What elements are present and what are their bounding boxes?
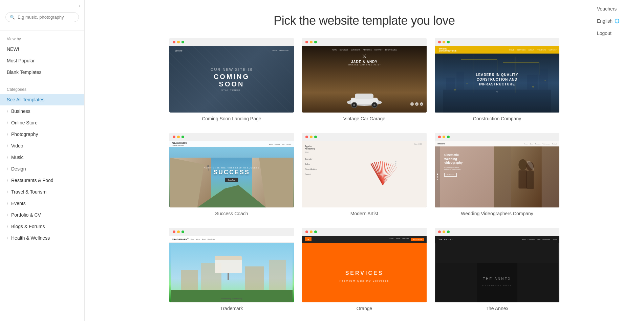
template-thumb-success-coach[interactable]: ALLAN JOHNSONPersonal Life Coach AboutSe…	[169, 133, 294, 207]
sc-name: ALLAN JOHNSONPersonal Life Coach	[172, 142, 187, 146]
svg-point-18	[454, 89, 456, 91]
svg-text:A COMMUNITY SPACE: A COMMUNITY SPACE	[482, 284, 512, 286]
sidebar-item-blogs[interactable]: 〉 Blogs & Forums	[0, 221, 84, 232]
svg-point-21	[544, 80, 546, 81]
window-chrome-2	[302, 38, 427, 46]
tmpl-artist: AgathaKrinsberg Artist Biography Gallery…	[302, 141, 427, 207]
template-thumb-construction[interactable]: SPHERECONSTRUCTIONS HOMESERVICESABOUTPRO…	[435, 38, 559, 113]
search-input[interactable]	[18, 15, 74, 20]
sidebar-item-restaurants[interactable]: 〉 Restaurants & Food	[0, 175, 84, 186]
window-chrome-6	[435, 133, 559, 141]
template-label-annex: The Annex	[435, 302, 559, 313]
template-thumb-coming-soon[interactable]: Skyline Home | Takescribe OUR NEW SITE I…	[169, 38, 294, 113]
thumb-inner-construction: SPHERECONSTRUCTIONS HOMESERVICESABOUTPRO…	[435, 46, 559, 113]
tm-logo: TRADEMARK®	[172, 238, 189, 241]
wv-content: CinematicWeddingVideography Capturing Pr…	[435, 146, 559, 207]
sidebar-item-business-label: Business	[11, 108, 30, 114]
wv-nav-home: Home	[524, 143, 528, 145]
or-header: QR HOMEABOUTSERVICES BOOK ONLINE	[302, 236, 427, 243]
sidebar-item-health[interactable]: 〉 Health & Wellness	[0, 232, 84, 244]
sidebar-item-business[interactable]: 〉 Business	[0, 105, 84, 117]
template-label-construction: Construction Company	[435, 113, 559, 123]
tmpl-coming-soon: Skyline Home | Takescribe OUR NEW SITE I…	[169, 46, 294, 113]
chevron-icon-health: 〉	[7, 236, 8, 240]
dot-red-7	[173, 230, 175, 233]
dot-green-9	[447, 230, 450, 233]
sidebar-item-events[interactable]: 〉 Events	[0, 198, 84, 209]
template-card-trademark[interactable]: TRADEMARK® HomeWorksAboutBook Online	[169, 228, 294, 313]
template-card-annex[interactable]: The Annex AboutCommunitySpeakMembershipC…	[435, 228, 559, 313]
annex-scene: THE ANNEX A COMMUNITY SPACE	[435, 243, 559, 302]
template-card-construction[interactable]: SPHERECONSTRUCTIONS HOMESERVICESABOUTPRO…	[435, 38, 559, 123]
chevron-icon-events: 〉	[7, 201, 8, 205]
sidebar-item-most-popular[interactable]: Most Popular	[0, 55, 84, 66]
sidebar-item-blank-templates[interactable]: Blank Templates	[0, 66, 84, 78]
svg-rect-51	[527, 171, 534, 189]
sidebar-item-see-all[interactable]: See All Templates	[0, 94, 84, 105]
scroll-up-arrow[interactable]: ‹	[79, 3, 80, 8]
template-label-vintage-car: Vintage Car Garage	[302, 113, 427, 123]
dot-red-5	[305, 136, 308, 138]
scroll-up-area: ‹	[0, 0, 84, 9]
dot-green	[181, 41, 184, 43]
sidebar-item-photography[interactable]: 〉 Photography	[0, 128, 84, 140]
template-thumb-vintage-car[interactable]: HOMESERVICESOUR WORKABOUT USCONTACTBOOK …	[302, 38, 427, 113]
search-box[interactable]: 🔍	[5, 12, 79, 22]
template-thumb-orange[interactable]: QR HOMEABOUTSERVICES BOOK ONLINE SERVICE…	[302, 228, 427, 302]
sidebar-item-new[interactable]: NEW!	[0, 43, 84, 55]
svg-point-44	[395, 161, 396, 162]
menu-item-logout[interactable]: Logout	[590, 27, 644, 39]
template-card-success-coach[interactable]: ALLAN JOHNSONPersonal Life Coach AboutSe…	[169, 133, 294, 218]
wv-nav-contact: Contact	[552, 143, 557, 145]
svg-point-5	[353, 104, 355, 106]
wv-main: CinematicWeddingVideography Capturing Pr…	[440, 146, 559, 207]
menu-item-vouchers[interactable]: Vouchers	[590, 3, 644, 15]
sidebar-item-music[interactable]: 〉 Music	[0, 152, 84, 163]
sidebar-item-online-store[interactable]: 〉 Online Store	[0, 117, 84, 128]
svg-text:THE ANNEX: THE ANNEX	[483, 277, 511, 281]
tmpl-success: ALLAN JOHNSONPersonal Life Coach AboutSe…	[169, 141, 294, 207]
sidebar-item-portfolio[interactable]: 〉 Portfolio & CV	[0, 209, 84, 221]
sidebar-item-photography-label: Photography	[11, 132, 38, 137]
svg-point-20	[532, 86, 534, 87]
dot-yellow-4	[177, 136, 180, 138]
dot-green-4	[181, 136, 184, 138]
vc-overlay: ⚔ JADE & ANDY VINTAGE CAR SPECIALIST	[302, 53, 427, 66]
tmpl-annex: The Annex AboutCommunitySpeakMembershipC…	[435, 236, 559, 302]
sidebar-item-travel[interactable]: 〉 Travel & Tourism	[0, 186, 84, 198]
chevron-icon-blogs: 〉	[7, 224, 8, 228]
tmpl-vintage-car: HOMESERVICESOUR WORKABOUT USCONTACTBOOK …	[302, 46, 427, 113]
svg-line-36	[383, 161, 383, 185]
template-card-coming-soon[interactable]: Skyline Home | Takescribe OUR NEW SITE I…	[169, 38, 294, 123]
template-card-wedding-video[interactable]: eMotions Home About Services Testimonial…	[435, 133, 559, 218]
sidebar-item-design[interactable]: 〉 Design	[0, 163, 84, 175]
spiral-svg	[368, 159, 398, 189]
thumb-inner-vintage-car: HOMESERVICESOUR WORKABOUT USCONTACTBOOK …	[302, 46, 427, 113]
svg-point-46	[395, 164, 396, 166]
sidebar-item-video[interactable]: 〉 Video	[0, 140, 84, 152]
svg-rect-57	[269, 260, 286, 290]
wv-couple-img	[494, 146, 559, 207]
template-thumb-trademark[interactable]: TRADEMARK® HomeWorksAboutBook Online	[169, 228, 294, 302]
wv-sidebar-strip	[435, 146, 440, 207]
page-title: Pick the website template you love	[91, 14, 637, 28]
thumb-inner-trademark: TRADEMARK® HomeWorksAboutBook Online	[169, 236, 294, 302]
dot-green-8	[314, 230, 317, 233]
template-thumb-modern-artist[interactable]: AgathaKrinsberg Artist Biography Gallery…	[302, 133, 427, 207]
dot-yellow-9	[443, 230, 445, 233]
cs-sub: STAY TUNED!	[221, 89, 242, 91]
template-thumb-annex[interactable]: The Annex AboutCommunitySpeakMembershipC…	[435, 228, 559, 302]
cs-big: COMINGSOON	[214, 73, 250, 88]
dot-yellow-2	[310, 41, 313, 43]
template-card-modern-artist[interactable]: AgathaKrinsberg Artist Biography Gallery…	[302, 133, 427, 218]
template-thumb-wedding-video[interactable]: eMotions Home About Services Testimonial…	[435, 133, 559, 207]
tmpl-trademark: TRADEMARK® HomeWorksAboutBook Online	[169, 236, 294, 302]
template-card-vintage-car[interactable]: HOMESERVICESOUR WORKABOUT USCONTACTBOOK …	[302, 38, 427, 123]
sidebar-item-blogs-label: Blogs & Forums	[11, 224, 45, 229]
menu-item-language[interactable]: English 🌐	[590, 15, 644, 27]
dot-yellow	[177, 41, 180, 43]
dot-yellow-8	[310, 230, 313, 233]
dot-red-8	[305, 230, 308, 233]
wv-headline: CinematicWeddingVideography	[444, 153, 463, 165]
template-card-orange[interactable]: QR HOMEABOUTSERVICES BOOK ONLINE SERVICE…	[302, 228, 427, 313]
